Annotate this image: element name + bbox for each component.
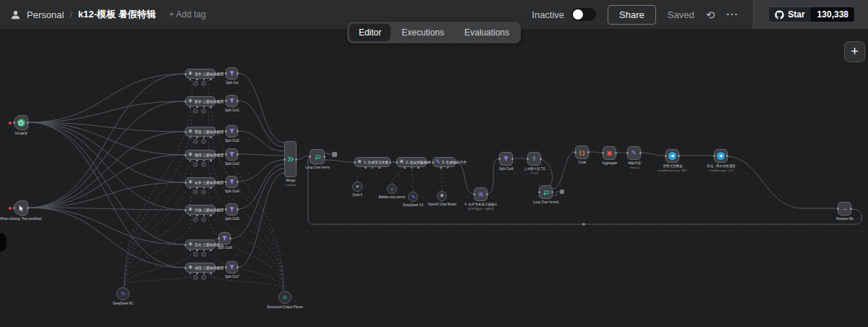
add-node-button[interactable]: + [844, 41, 865, 62]
node-llm-8[interactable]: ✳地理-上册知识梳理 [185, 263, 216, 273]
node-endpoint-1 [332, 152, 337, 157]
node-split-out2[interactable]: Split Out2 [226, 125, 238, 137]
node-label: Loop Over Items [290, 166, 344, 170]
tab-executions[interactable]: Executions [392, 24, 454, 41]
node-label: 数学-上册知识梳理 [195, 99, 224, 104]
tab-editor[interactable]: Editor [349, 24, 391, 41]
node-label: Split Out2 [205, 139, 259, 143]
node-split-out6[interactable]: Split Out6 [218, 232, 231, 245]
node-split-out7[interactable]: Split Out7 [226, 261, 238, 273]
node-label: 1. 生成学习文案 [364, 160, 388, 165]
node-loop-items1[interactable]: Loop Over Items1 [539, 185, 553, 199]
node-label: Loop Over Items1 [519, 200, 573, 205]
node-step-3[interactable]: ✎3. 生成知识卡片 [433, 157, 456, 167]
node-label: 2. 优化排版格式 [406, 160, 430, 165]
node-edge-dot [582, 223, 585, 226]
node-llm-1[interactable]: ✳语文-上册知识梳理 [185, 69, 216, 79]
node-step-1[interactable]: ✳1. 生成学习文案 [354, 157, 391, 167]
node-send-message[interactable]: 发送 - 周末合集预告sendMessage: 文本 [714, 149, 728, 163]
add-tag-button[interactable]: + Add tag [169, 9, 206, 20]
sub-node-dots [193, 139, 206, 144]
breadcrumb-separator: / [69, 9, 72, 20]
node-label: 语文-上册知识梳理 [195, 72, 224, 77]
sub-node-dots [193, 109, 206, 114]
user-icon [10, 9, 21, 20]
node-llm-2[interactable]: ✳数学-上册知识梳理 [185, 96, 216, 106]
issue-dot [9, 207, 12, 210]
tab-evaluations[interactable]: Evaluations [455, 24, 519, 41]
node-combine-single[interactable]: ⊞4. 合并为单条记录输出合并后输出一条数据 [474, 187, 488, 201]
node-label: 定时触发 [0, 132, 48, 136]
node-label: 生物-上册知识梳理 [195, 208, 224, 213]
node-label: 上传图片到 TGPOST [507, 167, 561, 175]
node-split-out4[interactable]: Split Out4 [226, 176, 238, 188]
node-label: Split Out4 [205, 190, 259, 194]
sub-node-dots [193, 162, 206, 167]
node-label: Split Out6 [197, 246, 252, 250]
n8n-workflow-editor: Personal / k12-模板 暑假特辑 + Add tag Inactiv… [0, 0, 868, 327]
node-upload-tg[interactable]: ⇧上传图片到 TGPOST [527, 152, 541, 166]
node-output-parser[interactable]: ⟨⟩Structured Output Parser [278, 291, 292, 304]
node-llm-6[interactable]: ✳生物-上册知识梳理 [185, 205, 216, 215]
github-star-widget[interactable]: Star 130,338 [768, 7, 855, 22]
node-label: 物理-上册知识梳理 [195, 153, 224, 158]
github-star-label: Star [788, 9, 804, 20]
node-split-out3[interactable]: Split Out3 [226, 148, 238, 161]
node-split-out[interactable]: Split Out [226, 67, 238, 80]
github-zone: Star 130,338 [753, 0, 868, 29]
node-grok-model[interactable]: ×Grok 4 [352, 182, 362, 192]
sub-node-dots [193, 275, 206, 280]
node-edit-fields[interactable]: ✎编辑字段manual [627, 146, 641, 160]
sub-node-dots [193, 217, 206, 222]
header-actions: Inactive Share Saved ⟲ ··· Star 130,338 [532, 0, 868, 29]
node-deepseek-v3[interactable]: ∿DeepSeek V3 [408, 192, 418, 202]
node-split-out1[interactable]: Split Out1 [226, 95, 238, 107]
node-split-out8[interactable]: Split Out8 [499, 152, 513, 166]
node-endpoint-2 [560, 190, 564, 194]
node-deepseek-r1[interactable]: ∿DeepSeek R1 [116, 287, 129, 300]
saved-indicator: Saved [668, 9, 694, 20]
toggle-knob [573, 9, 583, 20]
sub-node-dots [193, 252, 206, 257]
node-label: 4. 合并为单条记录输出合并后输出一条数据 [454, 203, 508, 211]
share-button[interactable]: Share [608, 5, 656, 25]
node-replace-me[interactable]: →Replace Me [838, 202, 851, 216]
node-label: Structured Output Parser [258, 305, 312, 310]
github-icon [775, 10, 784, 20]
node-label: 发图文到频道sendMediaGroup: 图片 [645, 164, 699, 172]
issue-dot [9, 122, 12, 124]
node-split-out5[interactable]: Split Out5 [226, 203, 238, 216]
node-llm-4[interactable]: ✳物理-上册知识梳理 [185, 150, 216, 160]
node-schedule-trigger[interactable]: 定时触发 [14, 115, 28, 130]
node-mcp-server[interactable]: ◇Bailian mcp server [387, 184, 397, 194]
node-loop-items[interactable]: Loop Over Items [310, 149, 325, 164]
sub-node-dots [193, 190, 206, 195]
node-code[interactable]: { }Code [575, 145, 589, 159]
node-label: 英语-上册知识梳理 [195, 129, 224, 135]
node-llm-5[interactable]: ✳化学-上册知识梳理 [185, 177, 216, 187]
node-label: Split Out7 [205, 275, 259, 279]
node-send-photos[interactable]: 发图文到频道sendMediaGroup: 图片 [665, 149, 679, 163]
node-llm-3[interactable]: ✳英语-上册知识梳理 [185, 127, 216, 137]
node-label: 3. 生成知识卡片 [442, 160, 467, 165]
node-aggregate[interactable]: ▣Aggregate [603, 146, 616, 160]
node-label: 地理-上册知识梳理 [195, 266, 224, 271]
node-merge[interactable]: Mergecombine [284, 141, 297, 177]
active-toggle[interactable] [571, 8, 596, 21]
workflow-title[interactable]: k12-模板 暑假特辑 [78, 8, 156, 21]
node-openai-model[interactable]: ✳OpenAI Chat Model [437, 191, 447, 201]
node-label: Split Out3 [205, 162, 259, 166]
view-tabs: Editor Executions Evaluations [347, 22, 521, 43]
node-label: When clicking ‘Test workflow’ [0, 217, 48, 221]
node-label: Replace Me [817, 217, 868, 221]
workspace-link[interactable]: Personal [27, 9, 64, 20]
node-label: Mergecombine [263, 179, 318, 187]
node-layer: 定时触发When clicking ‘Test workflow’✳语文-上册知… [0, 0, 868, 327]
sub-node-dots [193, 81, 206, 86]
breadcrumb: Personal / k12-模板 暑假特辑 + Add tag [0, 8, 206, 21]
history-icon[interactable]: ⟲ [706, 9, 715, 20]
more-options-button[interactable]: ··· [726, 9, 739, 20]
node-step-2[interactable]: ✳2. 优化排版格式 [396, 157, 427, 167]
node-label: Split Out5 [205, 217, 259, 221]
node-manual-trigger[interactable]: When clicking ‘Test workflow’ [14, 200, 28, 216]
